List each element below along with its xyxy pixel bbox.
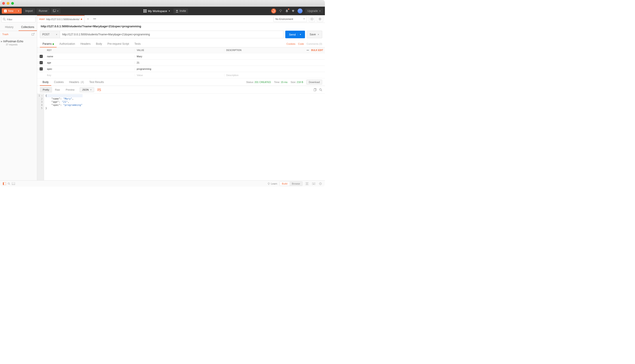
content: POST http://127.0.0.1:5000/students/ + •… [37,15,325,180]
request-tab-params[interactable]: Params [40,40,56,47]
runner-button[interactable]: Runner [36,8,50,14]
console-button[interactable] [11,182,16,185]
sidebar-tab-collections[interactable]: Collections [18,24,37,31]
new-tab-button[interactable]: + [84,18,91,20]
bootcamp-button[interactable]: Learn [268,182,277,185]
search-icon [319,88,322,91]
invite-button[interactable]: Invite [174,8,188,14]
param-value[interactable]: 21 [135,61,224,64]
svg-point-7 [177,10,178,11]
url-input[interactable] [60,31,284,38]
new-button[interactable]: + New ▼ [2,8,22,14]
param-key[interactable]: spec [45,68,135,70]
open-new-window-button[interactable]: ▼ [51,8,60,14]
toggle-sidebar-button[interactable] [2,182,7,185]
tab-options-button[interactable]: ••• [91,18,98,20]
param-key[interactable]: age [45,61,135,64]
sync-button[interactable] [271,8,276,14]
environment-selector[interactable]: No Environment ▼ [274,16,307,22]
search-response-button[interactable] [319,88,322,91]
request-tab-body[interactable]: Body [93,40,105,47]
format-selector[interactable]: JSON ▼ [80,87,94,92]
params-options-button[interactable]: ••• [306,49,309,52]
response-tab-headers[interactable]: Headers (4) [66,79,86,86]
filter-input[interactable] [1,16,36,22]
heart-button[interactable] [291,9,295,13]
svg-point-36 [313,183,314,183]
tab-url: http://127.0.0.1:5000/students/ [46,18,80,20]
find-button[interactable] [7,182,11,185]
plus-icon: + [4,10,7,12]
workspace-selector[interactable]: My Workspace ▼ [144,10,170,13]
capture-button[interactable] [279,9,282,13]
request-tab[interactable]: POST http://127.0.0.1:5000/students/ [37,15,84,22]
view-pretty[interactable]: Pretty [40,87,52,92]
save-button[interactable]: Save ▼ [307,31,322,38]
window-icon [53,10,56,12]
bell-icon [285,10,288,12]
param-key-placeholder[interactable]: Key [45,74,135,76]
response-tab-tests[interactable]: Test Results [86,79,106,86]
layout-browse[interactable]: Browse [290,182,302,186]
minimize-window[interactable] [7,2,10,5]
svg-point-9 [3,18,5,20]
bulk-edit-link[interactable]: Bulk Edit [311,49,323,52]
cookies-link[interactable]: Cookies [286,42,295,45]
gear-icon [318,18,322,20]
param-row-new[interactable]: Key Value Description [37,72,325,78]
download-button[interactable]: Download [306,80,322,84]
code-link[interactable]: Code [298,42,304,45]
method-selector[interactable]: POST ▼ [40,31,60,38]
send-dropdown-caret[interactable]: ▼ [298,34,302,36]
send-button[interactable]: Send ▼ [285,31,305,38]
view-raw[interactable]: Raw [52,87,63,92]
import-button[interactable]: Import [23,8,35,14]
collection-item[interactable]: ▶ Postman Echo 37 requests [0,38,37,48]
param-value-placeholder[interactable]: Value [135,74,224,76]
notifications-button[interactable] [285,9,289,13]
sidebar-icon [3,182,6,185]
help-button[interactable]: ? [318,182,323,185]
new-collection-button[interactable] [32,33,35,36]
copy-response-button[interactable] [314,88,317,91]
settings-button[interactable] [317,16,323,22]
keyboard-shortcuts-button[interactable] [312,182,316,185]
trash-link[interactable]: Trash [2,33,8,36]
user-avatar[interactable] [298,8,302,14]
param-key[interactable]: name [45,55,135,58]
new-label: New [8,10,14,12]
param-value[interactable]: Mary [135,55,224,58]
param-desc-placeholder[interactable]: Description [224,74,325,76]
two-pane-button[interactable] [305,182,309,185]
response-status: 201 CREATED [255,81,271,84]
view-preview[interactable]: Preview [63,87,78,92]
svg-point-14 [312,18,312,20]
request-tab-authorization[interactable]: Authorization [56,40,78,47]
param-checkbox[interactable]: ✓ [40,67,43,70]
request-tab-headers[interactable]: Headers [78,40,93,47]
param-row[interactable]: ✓ age 21 [37,60,325,66]
svg-rect-39 [313,184,314,184]
request-tab-prerequest[interactable]: Pre-request Script [105,40,132,47]
comments-link[interactable]: Comments (0) [306,42,322,45]
sidebar-tab-history[interactable]: History [0,24,18,31]
folder-icon [3,40,6,42]
svg-point-29 [268,182,270,184]
notification-badge [288,8,289,10]
request-tab-tests[interactable]: Tests [132,40,144,47]
response-tab-cookies[interactable]: Cookies [51,79,66,86]
zoom-window[interactable] [11,2,14,5]
response-tab-body[interactable]: Body [40,79,51,86]
wrap-lines-button[interactable] [96,88,102,92]
param-row[interactable]: ✓ spec programming [37,66,325,72]
param-checkbox[interactable]: ✓ [40,55,43,58]
close-window[interactable] [2,2,5,5]
environment-preview-button[interactable] [309,16,315,22]
param-row[interactable]: ✓ name Mary [37,53,325,60]
param-value[interactable]: programming [135,68,224,70]
upgrade-button[interactable]: Upgrade ▼ [305,8,323,14]
svg-rect-11 [32,34,34,35]
layout-build[interactable]: Build [280,182,290,186]
param-checkbox[interactable]: ✓ [40,61,43,64]
new-dropdown-caret[interactable]: ▼ [16,10,20,12]
